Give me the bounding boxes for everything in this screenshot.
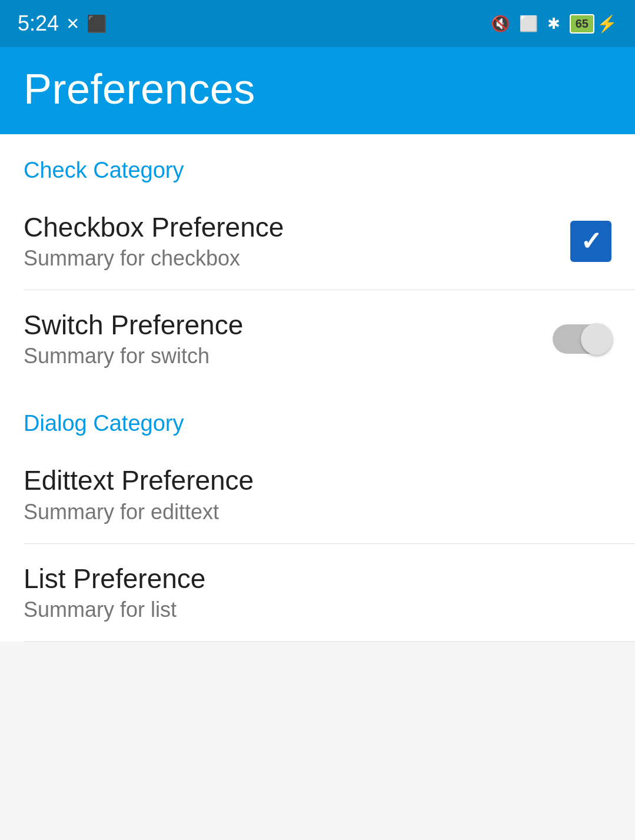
rotate-icon: ⬜: [519, 15, 538, 33]
storage-icon: ⬛: [87, 14, 107, 34]
bluetooth-icon: ✱: [547, 15, 560, 33]
status-time: 5:24: [18, 11, 59, 36]
status-bar: 5:24 ✕ ⬛ 🔇 ⬜ ✱ 65 ⚡: [0, 0, 635, 47]
charging-icon: ⚡: [597, 14, 617, 34]
list-pref-title: List Preference: [24, 563, 611, 595]
checkbox-pref-summary: Summary for checkbox: [24, 246, 570, 271]
divider-3: [24, 641, 635, 642]
battery-container: 65 ⚡: [570, 14, 617, 34]
edittext-pref-summary: Summary for edittext: [24, 500, 611, 524]
toggle-switch[interactable]: [553, 324, 611, 354]
checkbox-preference-item[interactable]: Checkbox Preference Summary for checkbox…: [0, 192, 635, 290]
page-title: Preferences: [24, 65, 611, 113]
switch-pref-text: Switch Preference Summary for switch: [24, 309, 553, 368]
edittext-pref-text: Edittext Preference Summary for edittext: [24, 464, 611, 524]
checkbox-widget[interactable]: ✓: [570, 221, 611, 262]
switch-pref-summary: Summary for switch: [24, 344, 553, 368]
vibrate-icon: 🔇: [491, 15, 510, 33]
dialog-category-header: Dialog Category: [0, 387, 635, 446]
toggle-thumb: [581, 323, 613, 355]
dialog-category-title: Dialog Category: [24, 411, 184, 436]
check-category-header: Check Category: [0, 134, 635, 192]
close-notification-icon: ✕: [66, 14, 79, 34]
checkbox-pref-title: Checkbox Preference: [24, 211, 570, 244]
checkbox-pref-text: Checkbox Preference Summary for checkbox: [24, 211, 570, 271]
list-preference-item[interactable]: List Preference Summary for list: [0, 544, 635, 641]
switch-pref-title: Switch Preference: [24, 309, 553, 341]
app-header: Preferences: [0, 47, 635, 134]
edittext-preference-item[interactable]: Edittext Preference Summary for edittext: [0, 446, 635, 543]
status-bar-left: 5:24 ✕ ⬛: [18, 11, 107, 36]
list-pref-text: List Preference Summary for list: [24, 563, 611, 622]
edittext-pref-title: Edittext Preference: [24, 464, 611, 497]
list-pref-summary: Summary for list: [24, 597, 611, 622]
switch-preference-item[interactable]: Switch Preference Summary for switch: [0, 290, 635, 387]
status-bar-right: 🔇 ⬜ ✱ 65 ⚡: [491, 14, 617, 34]
preferences-content: Check Category Checkbox Preference Summa…: [0, 134, 635, 642]
checkmark-icon: ✓: [580, 228, 602, 254]
battery-level: 65: [570, 14, 594, 34]
check-category-title: Check Category: [24, 158, 184, 182]
